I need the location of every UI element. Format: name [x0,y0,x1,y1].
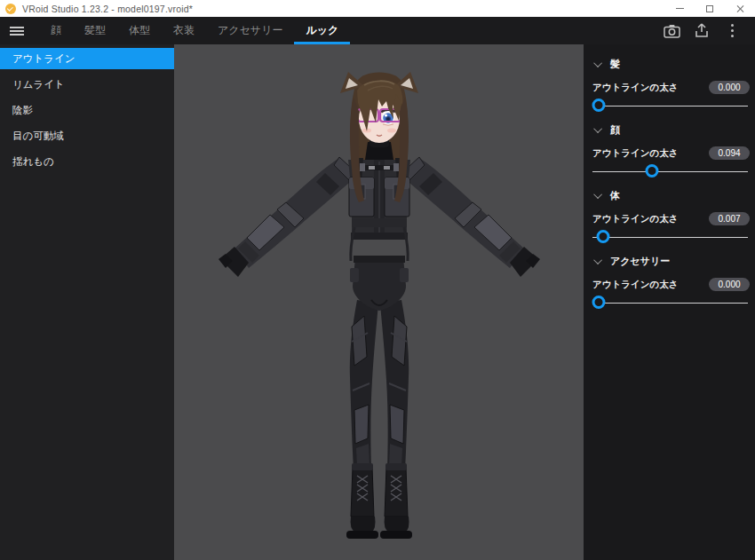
tab-outfit[interactable]: 衣装 [162,17,206,44]
outline-width-value[interactable]: 0.000 [709,278,750,291]
minimize-icon [676,8,684,9]
section-title: アクセサリー [610,255,670,268]
sidebar-item-rimlight[interactable]: リムライト [0,74,174,95]
section-hair-header[interactable]: 髪 [592,57,750,71]
maximize-icon [706,5,713,12]
slider-thumb[interactable] [592,296,606,309]
outline-width-value[interactable]: 0.000 [709,81,750,94]
slider-track[interactable] [592,171,748,173]
chevron-down-icon [593,59,602,67]
minimize-button[interactable] [664,0,695,17]
slider-track[interactable] [592,237,748,239]
slider-track[interactable] [592,303,748,304]
section-face: 顔 アウトラインの太さ 0.094 [592,122,750,179]
slider-thumb[interactable] [646,164,659,177]
sidebar-item-swaying[interactable]: 揺れもの [0,151,174,172]
param-label: アウトラインの太さ [592,213,678,225]
slider-thumb[interactable] [597,230,610,243]
chevron-down-icon [593,256,602,264]
outline-width-slider[interactable] [592,229,750,245]
chevron-down-icon [593,124,602,133]
more-menu-button[interactable] [723,22,741,40]
main-navbar: 顔 髪型 体型 衣装 アクセサリー ルック [0,17,755,44]
outline-width-value[interactable]: 0.007 [709,212,750,225]
tab-face[interactable]: 顔 [39,17,73,44]
kebab-menu-icon [731,24,734,37]
vroid-logo-icon [5,4,16,14]
titlebar: VRoid Studio 1.23.2 - model0197.vroid* [0,0,755,17]
section-title: 顔 [610,123,620,137]
export-button[interactable] [693,22,711,40]
section-title: 髪 [610,58,620,71]
outline-width-value[interactable]: 0.094 [709,146,750,160]
tab-body[interactable]: 体型 [117,17,162,44]
param-label: アウトラインの太さ [592,279,678,291]
character-model [174,44,584,560]
sidebar-item-shading[interactable]: 陰影 [0,99,174,121]
close-icon [735,4,744,13]
outline-width-slider[interactable] [592,98,750,114]
param-label: アウトラインの太さ [592,147,678,160]
model-viewport[interactable] [174,44,584,560]
hamburger-menu-icon [10,27,24,35]
chevron-down-icon [593,190,602,199]
navbar-actions [663,17,755,44]
camera-button[interactable] [663,22,680,40]
section-hair: 髪 アウトラインの太さ 0.000 [592,57,750,114]
camera-icon [664,24,680,38]
outline-width-slider[interactable] [592,295,750,311]
section-face-header[interactable]: 顔 [592,122,750,137]
outline-width-slider[interactable] [592,163,750,179]
section-accessories-header[interactable]: アクセサリー [592,254,750,268]
section-accessories: アクセサリー アウトラインの太さ 0.000 [592,254,750,311]
sidebar-item-outline[interactable]: アウトライン [0,48,174,69]
section-title: 体 [610,189,620,202]
maximize-button[interactable] [695,0,725,17]
param-label: アウトラインの太さ [592,82,678,94]
section-body: 体 アウトラインの太さ 0.007 [592,188,750,245]
look-sidebar: アウトライン リムライト 陰影 目の可動域 揺れもの [0,44,174,560]
window-title: VRoid Studio 1.23.2 - model0197.vroid* [22,4,193,14]
window-controls [664,0,755,17]
outline-settings-panel: 髪 アウトラインの太さ 0.000 顔 アウトラインの太さ [584,44,755,560]
vroid-studio-window: VRoid Studio 1.23.2 - model0197.vroid* 顔… [0,0,755,560]
section-body-header[interactable]: 体 [592,188,750,202]
tab-accessories[interactable]: アクセサリー [206,17,294,44]
content-area: アウトライン リムライト 陰影 目の可動域 揺れもの [0,44,755,560]
main-menu-button[interactable] [0,17,34,44]
tab-hairstyle[interactable]: 髪型 [73,17,117,44]
sidebar-item-eye-range[interactable]: 目の可動域 [0,125,174,146]
editor-tabs: 顔 髪型 体型 衣装 アクセサリー ルック [39,17,350,44]
export-icon [695,23,709,38]
close-button[interactable] [725,0,755,17]
slider-track[interactable] [592,106,748,107]
slider-thumb[interactable] [592,99,606,112]
tab-look[interactable]: ルック [294,17,350,44]
